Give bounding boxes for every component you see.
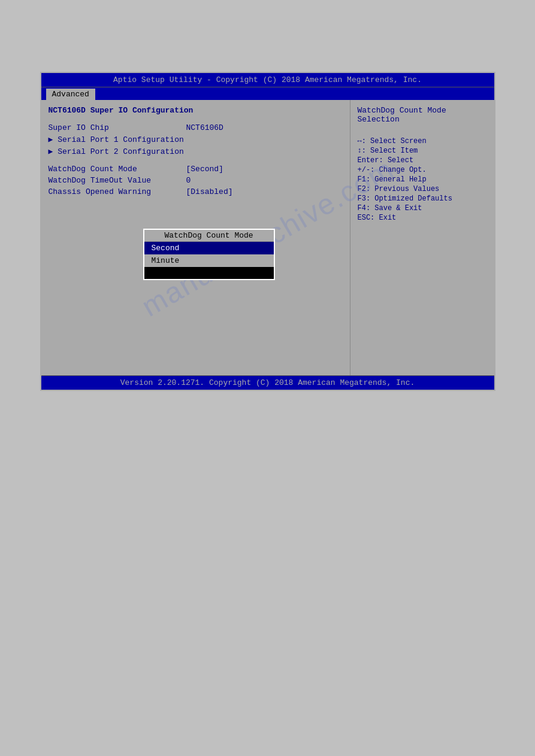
shortcut-esc: ESC: Exit	[358, 214, 487, 222]
popup-item-second[interactable]: Second	[144, 242, 274, 254]
row-super-io-chip: Super IO Chip NCT6106D	[49, 123, 343, 132]
footer-text: Version 2.20.1271. Copyright (C) 2018 Am…	[41, 375, 494, 390]
row-watchdog-timeout[interactable]: WatchDog TimeOut Value 0	[49, 176, 343, 185]
value-watchdog-timeout: 0	[186, 176, 191, 185]
tab-bar: Advanced	[41, 87, 494, 100]
help-title: WatchDog Count Mode Selection	[358, 106, 487, 124]
popup-box: WatchDog Count Mode Second Minute	[143, 229, 275, 280]
shortcut-enter: Enter: Select	[358, 156, 487, 165]
shortcut-select-item: ↕: Select Item	[358, 147, 487, 155]
popup-footer	[144, 267, 274, 279]
value-chassis-warning: [Disabled]	[186, 187, 233, 196]
main-content: manualsarchive.com NCT6106D Super IO Con…	[41, 100, 494, 375]
label-chassis-warning: Chassis Opened Warning	[49, 187, 186, 196]
shortcut-change-opt: +/-: Change Opt.	[358, 166, 487, 174]
shortcut-f1: F1: General Help	[358, 175, 487, 184]
label-serial-port1: Serial Port 1 Configuration	[49, 135, 186, 144]
row-serial-port2[interactable]: Serial Port 2 Configuration	[49, 147, 343, 156]
header-title: Aptio Setup Utility - Copyright (C) 2018…	[41, 73, 494, 87]
value-watchdog-count-mode: [Second]	[186, 165, 223, 174]
popup-overlay: WatchDog Count Mode Second Minute	[143, 229, 275, 280]
shortcut-select-screen: ↔: Select Screen	[358, 137, 487, 145]
label-super-io-chip: Super IO Chip	[49, 123, 186, 132]
value-super-io-chip: NCT6106D	[186, 123, 223, 132]
row-serial-port1[interactable]: Serial Port 1 Configuration	[49, 135, 343, 144]
panel-title: NCT6106D Super IO Configuration	[49, 106, 343, 115]
label-serial-port2: Serial Port 2 Configuration	[49, 147, 186, 156]
row-chassis-warning[interactable]: Chassis Opened Warning [Disabled]	[49, 187, 343, 196]
shortcut-f2: F2: Previous Values	[358, 185, 487, 193]
label-watchdog-timeout: WatchDog TimeOut Value	[49, 176, 186, 185]
label-watchdog-count-mode: WatchDog Count Mode	[49, 165, 186, 174]
left-panel: NCT6106D Super IO Configuration Super IO…	[41, 100, 350, 375]
shortcut-f4: F4: Save & Exit	[358, 204, 487, 212]
shortcuts: ↔: Select Screen ↕: Select Item Enter: S…	[358, 137, 487, 223]
tab-advanced[interactable]: Advanced	[46, 89, 95, 100]
popup-item-minute[interactable]: Minute	[144, 254, 274, 267]
shortcut-f3: F3: Optimized Defaults	[358, 195, 487, 203]
right-panel: WatchDog Count Mode Selection ↔: Select …	[350, 100, 494, 375]
popup-title: WatchDog Count Mode	[144, 230, 274, 242]
row-watchdog-count-mode[interactable]: WatchDog Count Mode [Second]	[49, 165, 343, 174]
